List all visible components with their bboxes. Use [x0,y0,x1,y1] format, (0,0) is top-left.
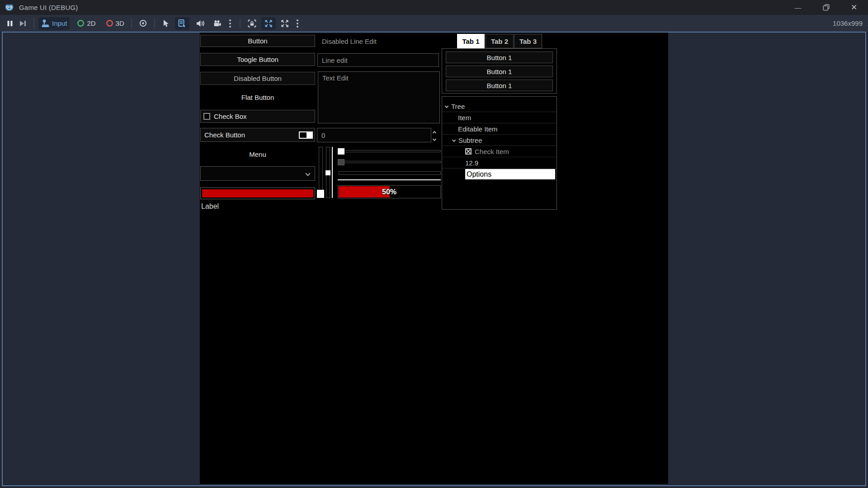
tree-row-options[interactable]: Options [442,169,557,180]
pause-icon [6,20,14,27]
2d-mode-button[interactable]: 2D [74,17,98,30]
movie-camera-icon [213,19,222,28]
disabled-hslider-handle [338,159,344,165]
vscrollbar-grabber[interactable] [326,170,330,175]
option-dropdown[interactable] [200,166,315,181]
vseparator [332,147,333,198]
tree-row-number[interactable]: 12.9 [442,157,557,169]
demo-button[interactable]: Button [200,35,315,47]
check-box-label: Check Box [214,113,247,120]
line-edit-placeholder: Line edit [322,56,348,64]
select-cursor-icon [162,19,170,28]
fit-window-button[interactable] [261,17,276,30]
tree-panel: Tree Item Editable Item Subtree Check It… [442,96,557,210]
tree-check-item-label: Check Item [475,148,509,155]
restore-window-icon [823,4,830,11]
menu-button[interactable]: Menu [200,148,315,161]
panel-button-3-label: Button 1 [487,82,512,89]
kebab-icon [227,19,233,28]
spin-up-icon[interactable] [433,131,436,135]
tab-3[interactable]: Tab 3 [514,34,542,48]
speaker-icon [196,19,205,28]
game-menu-button[interactable] [225,17,236,30]
progress-bar-value: 50% [338,186,440,198]
panel-button-1[interactable]: Button 1 [446,52,553,63]
game-resolution-label: 1036x999 [833,15,863,32]
tree-row-subtree[interactable]: Subtree [442,135,557,146]
chevron-down-icon [305,171,310,176]
tree-row-root[interactable]: Tree [442,101,557,112]
text-edit[interactable]: Text Edit [318,71,440,123]
tab-panel: Button 1 Button 1 Button 1 [442,48,557,94]
toolbar-separator [33,19,34,28]
3d-mode-button[interactable]: 3D [103,17,127,30]
fit-window-icon [264,19,273,28]
hseparator [338,179,441,180]
toolbar-separator [131,19,132,28]
flat-button[interactable]: Flat Button [200,91,315,104]
embed-lock-icon [247,19,257,28]
checkbox-checked-icon [465,148,472,155]
tree-root-label: Tree [451,103,465,110]
close-button[interactable]: ✕ [840,0,868,15]
fullscreen-button[interactable] [278,17,292,30]
tab-2-label: Tab 2 [491,38,508,45]
progress-bar: 50% [338,185,441,198]
plain-label: Label [201,202,219,211]
gui-pick-button[interactable] [175,17,189,30]
vslider-handle[interactable] [317,190,324,198]
pause-button[interactable] [4,17,16,30]
kebab-icon [295,19,300,28]
hslider-track[interactable] [338,150,441,152]
3d-mode-label: 3D [116,19,124,27]
disabled-button: Disabled Button [200,72,315,85]
toggle-button[interactable]: Toogle Button [200,53,315,66]
restore-button[interactable] [812,0,840,15]
check-box[interactable]: Check Box [200,110,315,123]
gui-pick-icon [178,19,187,28]
camcorder-button[interactable] [210,17,225,30]
tree-row-editable-item[interactable]: Editable Item [442,123,557,135]
game-toolbar: Input 2D 3D [0,15,868,32]
panel-button-1-label: Button 1 [487,54,512,61]
toggle-off-icon [299,131,313,139]
window-title: Game UI (DEBUG) [19,4,78,11]
flat-button-label: Flat Button [241,94,274,101]
collapse-icon [445,104,448,108]
hscrollbar-track[interactable] [339,171,441,175]
embed-options-button[interactable] [292,17,303,30]
line-edit[interactable]: Line edit [317,53,439,67]
spin-box[interactable]: 0 [317,128,431,142]
tree-row-check-item[interactable]: Check Item [442,146,557,157]
disabled-button-label: Disabled Button [234,75,282,82]
minimize-button[interactable]: — [784,0,812,15]
embed-focus-button[interactable] [245,17,259,30]
panel-button-3[interactable]: Button 1 [446,80,553,91]
collapse-icon [452,138,456,142]
input-mode-button[interactable]: Input [38,17,70,30]
select-cursor-button[interactable] [159,17,172,30]
next-frame-button[interactable] [16,17,29,30]
tree-row-item[interactable]: Item [442,112,557,123]
toggle-button-label: Toogle Button [237,56,278,63]
2d-mode-label: 2D [87,19,95,27]
camera-override-icon [139,19,147,28]
spin-down-icon[interactable] [433,137,436,141]
text-edit-placeholder: Text Edit [322,74,349,82]
tree-selected-cell[interactable]: Options [465,169,555,179]
tab-2[interactable]: Tab 2 [486,34,514,48]
panel-button-2-label: Button 1 [487,68,512,75]
red-hslider-fill [202,189,313,197]
hslider-handle[interactable] [338,148,344,155]
check-button[interactable]: Check Button [200,128,315,142]
window-titlebar: Game UI (DEBUG) — ✕ [0,0,868,15]
disabled-hslider-track [338,161,441,163]
disabled-line-edit: Disabled Line Edit [322,38,377,45]
audio-mute-button[interactable] [193,17,208,30]
game-window: Button Toogle Button Disabled Button Fla… [200,33,668,484]
camera-override-button[interactable] [136,17,150,30]
panel-button-2[interactable]: Button 1 [446,66,553,77]
red-hslider[interactable] [200,188,315,199]
tab-1[interactable]: Tab 1 [457,34,485,48]
close-icon: ✕ [851,3,857,12]
